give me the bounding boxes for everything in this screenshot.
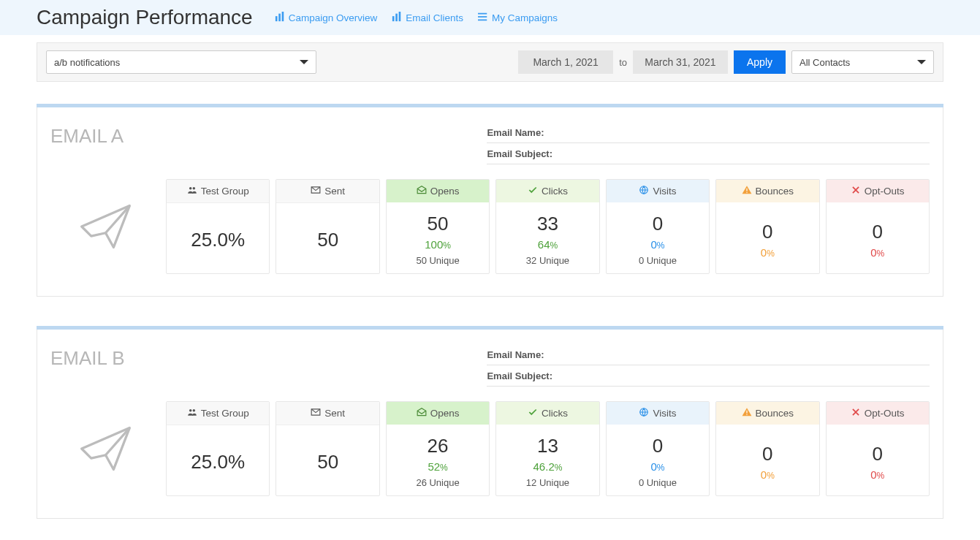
clicks-count: 13: [499, 435, 596, 457]
visits-unique: 0 Unique: [609, 255, 706, 266]
svg-rect-2: [281, 12, 284, 21]
svg-point-14: [189, 409, 192, 412]
stat-optouts[interactable]: Opt-Outs 0 0%: [826, 179, 930, 274]
campaign-select[interactable]: a/b notifications: [46, 50, 316, 74]
bounces-count: 0: [719, 221, 816, 243]
clicks-pct: 64%: [499, 238, 596, 251]
opens-pct: 52%: [390, 460, 486, 473]
card-title: Opt-Outs: [865, 408, 905, 419]
svg-rect-1: [278, 13, 281, 21]
nav-label: Email Clients: [406, 12, 463, 23]
svg-rect-7: [478, 16, 487, 18]
opens-count: 50: [390, 213, 486, 235]
email-name-row: Email Name:: [487, 344, 930, 365]
apply-button[interactable]: Apply: [734, 50, 786, 74]
email-subject-row: Email Subject:: [487, 365, 930, 387]
optouts-count: 0: [829, 443, 926, 465]
sent-count: 50: [279, 451, 376, 474]
stat-bounces[interactable]: Bounces 0 0%: [715, 401, 819, 496]
bounces-count: 0: [719, 443, 816, 465]
svg-rect-5: [399, 12, 401, 21]
globe-icon: [639, 185, 649, 197]
stat-visits[interactable]: Visits 0 0% 0 Unique: [606, 179, 710, 274]
envelope-open-icon: [417, 185, 427, 197]
visits-count: 0: [609, 435, 706, 457]
nav-label: My Campaigns: [492, 12, 558, 23]
card-title: Clicks: [542, 408, 568, 419]
svg-rect-17: [746, 411, 747, 414]
svg-rect-3: [392, 16, 395, 21]
contacts-select[interactable]: All Contacts: [791, 50, 934, 74]
visits-unique: 0 Unique: [609, 477, 706, 488]
stat-visits[interactable]: Visits 0 0% 0 Unique: [606, 401, 710, 496]
top-bar: Campaign Performance Campaign Overview E…: [0, 0, 980, 35]
users-icon: [187, 407, 197, 419]
visits-pct: 0%: [609, 460, 706, 473]
email-panel: EMAIL B Email Name: Email Subject: Test …: [37, 326, 943, 519]
card-title: Opens: [430, 408, 460, 419]
date-separator: to: [619, 57, 627, 68]
caret-down-icon: [300, 60, 308, 64]
opens-pct: 100%: [390, 238, 486, 251]
contacts-select-value: All Contacts: [799, 57, 850, 68]
warning-icon: [742, 185, 752, 197]
card-title: Visits: [653, 186, 676, 197]
clicks-count: 33: [499, 213, 596, 235]
stat-test-group[interactable]: Test Group 25.0%: [166, 401, 270, 496]
stat-clicks[interactable]: Clicks 13 46.2% 12 Unique: [495, 401, 599, 496]
svg-rect-18: [746, 414, 747, 415]
card-title: Sent: [324, 408, 345, 419]
nav-label: Campaign Overview: [289, 12, 378, 23]
nav-email-clients[interactable]: Email Clients: [392, 12, 463, 24]
x-icon: [851, 407, 861, 419]
clicks-unique: 12 Unique: [499, 477, 596, 488]
sent-count: 50: [279, 229, 376, 251]
opens-unique: 26 Unique: [390, 477, 486, 488]
optouts-pct: 0%: [829, 246, 926, 259]
filter-bar: a/b notifications March 1, 2021 to March…: [37, 42, 943, 82]
stat-opens[interactable]: Opens 26 52% 26 Unique: [386, 401, 490, 496]
date-to-button[interactable]: March 31, 2021: [633, 50, 728, 74]
visits-count: 0: [609, 213, 706, 235]
globe-icon: [639, 407, 649, 419]
svg-rect-8: [478, 19, 487, 20]
envelope-icon: [311, 407, 321, 419]
card-title: Sent: [324, 186, 345, 197]
stat-opens[interactable]: Opens 50 100% 50 Unique: [386, 179, 490, 274]
users-icon: [187, 185, 197, 197]
panel-title: EMAIL B: [50, 344, 472, 370]
opens-unique: 50 Unique: [390, 255, 486, 266]
warning-icon: [742, 407, 752, 419]
card-title: Clicks: [542, 186, 568, 197]
stat-test-group[interactable]: Test Group 25.0%: [166, 179, 270, 274]
optouts-count: 0: [829, 221, 926, 243]
svg-rect-12: [746, 189, 747, 191]
svg-point-9: [189, 187, 192, 189]
card-title: Bounces: [756, 408, 794, 419]
nav-my-campaigns[interactable]: My Campaigns: [478, 12, 558, 24]
bar-chart-icon: [392, 12, 402, 24]
x-icon: [851, 185, 861, 197]
nav-campaign-overview[interactable]: Campaign Overview: [275, 12, 378, 24]
email-subject-row: Email Subject:: [487, 143, 930, 164]
stat-sent[interactable]: Sent 50: [276, 401, 379, 496]
check-icon: [528, 407, 538, 419]
svg-rect-6: [478, 12, 487, 14]
stat-sent[interactable]: Sent 50: [276, 179, 379, 274]
test-group-pct: 25.0%: [170, 229, 266, 251]
stat-optouts[interactable]: Opt-Outs 0 0%: [826, 401, 930, 496]
svg-rect-4: [396, 13, 398, 21]
svg-point-15: [192, 409, 195, 412]
list-icon: [478, 12, 488, 24]
svg-rect-13: [746, 192, 747, 193]
card-title: Bounces: [756, 186, 794, 197]
card-title: Test Group: [201, 186, 249, 197]
card-title: Test Group: [201, 408, 249, 419]
card-title: Opt-Outs: [865, 186, 905, 197]
optouts-pct: 0%: [829, 468, 926, 481]
stat-clicks[interactable]: Clicks 33 64% 32 Unique: [495, 179, 599, 274]
stat-bounces[interactable]: Bounces 0 0%: [715, 179, 819, 274]
page-title: Campaign Performance: [37, 6, 253, 29]
date-from-button[interactable]: March 1, 2021: [518, 50, 613, 74]
clicks-unique: 32 Unique: [499, 255, 596, 266]
